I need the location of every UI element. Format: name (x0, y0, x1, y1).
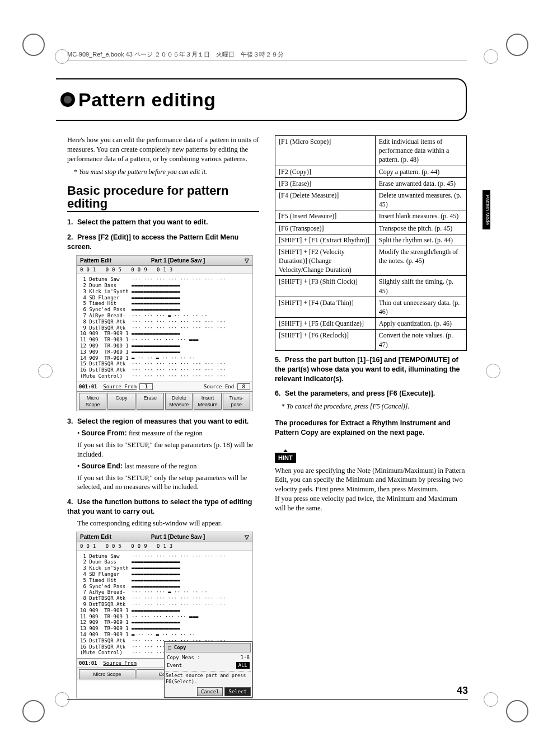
ss1-fn-button: Trans-pose (223, 393, 250, 410)
running-header: MC-909_Ref_e.book 43 ページ ２００５年３月１日 火曜日 午… (67, 50, 467, 60)
table-row: [F6 (Transpose)]Transpose the pitch. (p.… (275, 222, 467, 234)
hint-text-1: When you are specifying the Note (Minimu… (275, 466, 467, 495)
step-2: 2.Press [F2 (Edit)] to access the Patter… (67, 233, 259, 411)
function-button-table: [F1 (Micro Scope)]Edit individual items … (275, 135, 467, 351)
step-4: 4.Use the function buttons to select the… (67, 497, 259, 698)
note-stop-pattern: You must stop the pattern before you can… (74, 167, 259, 176)
intro-text: Here's how you can edit the performance … (67, 135, 259, 164)
title-bullet-icon (60, 92, 75, 107)
section-heading: Basic procedure for pattern editing (67, 184, 259, 212)
step-1: 1.Select the pattern that you want to ed… (67, 218, 259, 227)
thumb-tab: Pattern Mode (483, 190, 490, 229)
step-6: 6.Set the parameters, and press [F6 (Exe… (275, 389, 467, 411)
crop-mark-icon (506, 700, 528, 722)
ss1-fn-button: Micro Scope (79, 393, 106, 410)
table-row: [SHIFT] + [F2 (Velocity Duration)] (Chan… (275, 246, 467, 276)
ss1-fn-button: Copy (107, 393, 135, 410)
crop-mark-icon (506, 34, 528, 56)
table-row: [F5 (Insert Measure)]Insert blank measur… (275, 210, 467, 222)
table-row: [SHIFT] + [F5 (Edit Quantize)]Apply quan… (275, 318, 467, 330)
popup-cancel-button: Cancel (197, 687, 223, 696)
copy-popup: ▢ Copy Copy Meas :1-8 EventALL Select so… (164, 641, 252, 698)
hint-text-2: If you press one velocity pad twice, the… (275, 494, 467, 513)
ss1-fn-button: Insert Measure (194, 393, 221, 410)
register-mark-icon (38, 364, 53, 378)
table-row: [SHIFT] + [F1 (Extract Rhythm)]Split the… (275, 234, 467, 246)
register-mark-icon (55, 49, 69, 64)
register-mark-icon (484, 49, 498, 64)
table-row: [F4 (Delete Measure)]Delete unwanted mea… (275, 189, 467, 210)
footer-rule (67, 699, 468, 700)
register-mark-icon (484, 692, 498, 707)
table-row: [F3 (Erase)]Erase unwanted data. (p. 45) (275, 177, 467, 189)
table-row: [F2 (Copy)]Copy a pattern. (p. 44) (275, 166, 467, 177)
ss1-fn-button: Delete Measure (165, 393, 193, 410)
hint-badge: HINT (275, 453, 296, 463)
step-5: 5.Press the part button [1]–[16] and [TE… (275, 355, 467, 384)
ss1-title-left: Pattern Edit (80, 257, 111, 265)
table-row: [SHIFT] + [F6 (Reclock)]Convert the note… (275, 330, 467, 350)
ss1-fn-button: Erase (137, 393, 164, 410)
register-mark-icon (486, 364, 500, 378)
note-cancel: To cancel the procedure, press [F5 (Canc… (282, 402, 467, 411)
step-3: 3.Select the region of measures that you… (67, 417, 259, 492)
crop-mark-icon (22, 700, 45, 722)
ss2-btn-micro: Micro Scope (79, 669, 135, 679)
table-row: [F1 (Micro Scope)]Edit individual items … (275, 136, 467, 166)
popup-select-button: Select (224, 687, 251, 696)
ss1-title-right: Part 1 [Detune Saw ] (151, 257, 205, 265)
table-row: [SHIFT] + [F4 (Data Thin)]Thin out unnec… (275, 297, 467, 317)
page-title: Pattern editing (78, 89, 216, 111)
ss1-ruler: 001 005 009 013 (77, 266, 252, 274)
pattern-edit-screenshot-2: Pattern Edit Part 1 [Detune Saw ] ▽ 001 … (76, 532, 253, 698)
page-title-block: Pattern editing (67, 78, 467, 121)
pattern-edit-screenshot-1: Pattern Edit Part 1 [Detune Saw ] ▽ 001 … (76, 255, 253, 412)
crop-mark-icon (22, 34, 45, 56)
table-row: [SHIFT] + [F3 (Shift Clock)]Slightly shi… (275, 276, 467, 297)
page-number: 43 (457, 685, 468, 697)
final-bold-note: The procedures for Extract a Rhythm Inst… (275, 419, 467, 438)
